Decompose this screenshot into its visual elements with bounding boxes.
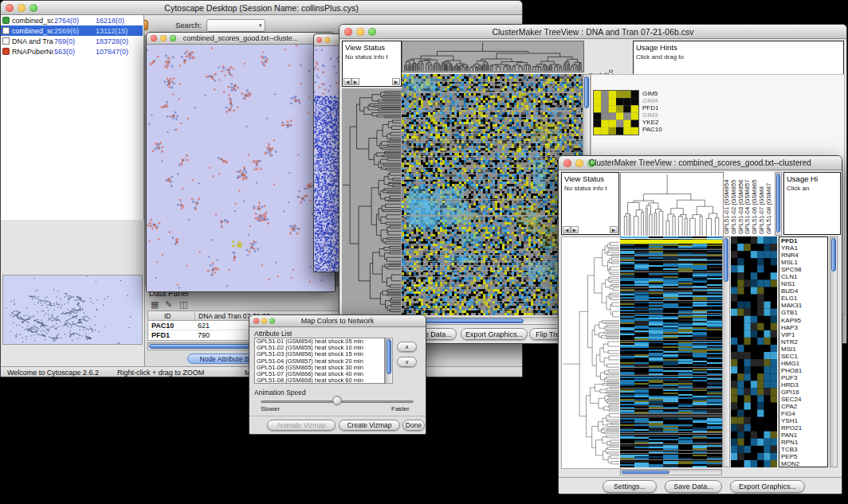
gene-label[interactable]: MSI1 bbox=[779, 346, 827, 353]
gene-label[interactable]: CLN1 bbox=[779, 273, 827, 280]
chevron-down-icon[interactable]: ▼ bbox=[258, 23, 263, 28]
gene-label[interactable]: GIM5 bbox=[642, 90, 682, 97]
treeview-titlebar[interactable]: ClusterMaker TreeView : DNA and Tran 07-… bbox=[340, 25, 846, 39]
attribute-item[interactable]: GPL51-08 (GSM868) heat shock 60 min bbox=[255, 377, 384, 383]
gene-label[interactable]: GPI16 bbox=[779, 389, 827, 396]
close-button[interactable] bbox=[316, 37, 322, 43]
move-down-button[interactable]: ∨ bbox=[397, 357, 417, 367]
save-data-button[interactable]: Save Data... bbox=[665, 480, 722, 493]
gene-label[interactable]: HMG1 bbox=[779, 360, 827, 367]
gene-label[interactable]: NIS1 bbox=[779, 280, 827, 287]
gene-label[interactable]: GIM3 bbox=[642, 111, 682, 119]
animate-vizmap-button[interactable]: Animate Vizmap bbox=[267, 420, 336, 431]
row-dendrogram-canvas[interactable] bbox=[561, 236, 621, 469]
column-label[interactable]: GPL51-08 (GSM87 bbox=[766, 172, 773, 234]
heatmap-hscrollbar[interactable] bbox=[620, 469, 722, 475]
network-canvas[interactable] bbox=[147, 45, 335, 291]
list-vscrollbar[interactable] bbox=[385, 338, 393, 384]
minimize-button[interactable] bbox=[18, 4, 26, 12]
row-dendrogram-canvas[interactable] bbox=[342, 88, 402, 315]
minimize-button[interactable] bbox=[324, 37, 330, 43]
gene-label[interactable]: PUF3 bbox=[779, 374, 827, 381]
gene-label[interactable]: HAP3 bbox=[779, 324, 827, 331]
heatmap-canvas[interactable] bbox=[402, 74, 583, 315]
scroll-right-icon[interactable]: ▶ bbox=[571, 226, 579, 233]
table-grid-icon[interactable]: ▦ bbox=[151, 299, 159, 310]
gene-label[interactable]: BUD4 bbox=[779, 287, 827, 295]
gene-label[interactable]: RNR4 bbox=[779, 252, 827, 259]
speed-slider-thumb[interactable] bbox=[332, 396, 342, 405]
heatmap-canvas[interactable] bbox=[620, 236, 722, 467]
gene-label[interactable]: KAP95 bbox=[779, 317, 827, 324]
gene-list-vscrollbar[interactable] bbox=[830, 236, 838, 467]
heatmap-vscrollbar[interactable] bbox=[722, 236, 730, 467]
done-button[interactable]: Done bbox=[402, 420, 425, 431]
scroll-left-icon[interactable]: ◀ bbox=[563, 226, 571, 233]
gene-label[interactable]: VIP1 bbox=[779, 331, 827, 338]
create-vizmap-button[interactable]: Create Vizmap bbox=[339, 420, 400, 431]
database-icon[interactable]: ◫ bbox=[179, 299, 187, 310]
network-view-titlebar[interactable]: combined_scores_good.txt--cluste... bbox=[147, 33, 335, 45]
treeview-titlebar[interactable]: ClusterMaker TreeView : combined_scores_… bbox=[559, 156, 842, 170]
vscroll-thumb[interactable] bbox=[584, 76, 589, 108]
close-button[interactable] bbox=[344, 28, 352, 36]
vscroll-thumb[interactable] bbox=[724, 238, 728, 282]
network-list-item-selected[interactable]: combined_sco 2569(6) 13112(15) bbox=[1, 25, 143, 36]
settings-button[interactable]: Settings... bbox=[603, 480, 657, 493]
gene-label[interactable]: HRD3 bbox=[779, 381, 827, 389]
edit-pencil-icon[interactable]: ✎ bbox=[165, 299, 172, 310]
minimize-button[interactable] bbox=[160, 35, 167, 41]
network-list-item[interactable]: combined_scores 2764(0) 16218(0) bbox=[1, 15, 143, 25]
gene-label[interactable]: TCB3 bbox=[779, 446, 827, 453]
export-graphics-button[interactable]: Export Graphics... bbox=[461, 328, 528, 340]
close-button[interactable] bbox=[563, 159, 571, 167]
gene-label[interactable]: PEP5 bbox=[779, 453, 827, 460]
zoom-button[interactable] bbox=[269, 318, 275, 324]
column-dendrogram-canvas[interactable] bbox=[402, 41, 584, 72]
close-button[interactable] bbox=[6, 4, 14, 12]
close-button[interactable] bbox=[253, 318, 259, 324]
vscroll-thumb[interactable] bbox=[776, 174, 780, 232]
gene-label[interactable]: RPN1 bbox=[779, 439, 827, 446]
minimize-button[interactable] bbox=[261, 318, 267, 324]
gene-label[interactable]: FIG4 bbox=[779, 410, 827, 417]
scroll-right-icon[interactable]: ▶ bbox=[610, 226, 618, 233]
dialog-titlebar[interactable]: Map Colors to Network bbox=[249, 315, 426, 327]
column-dendrogram-canvas[interactable] bbox=[620, 172, 724, 237]
move-up-button[interactable]: ∧ bbox=[397, 342, 417, 352]
gene-label[interactable]: SEC1 bbox=[779, 353, 827, 360]
gene-label[interactable]: ELG1 bbox=[779, 295, 827, 302]
gene-label[interactable]: PHO81 bbox=[779, 367, 827, 374]
gene-label[interactable]: MSL1 bbox=[779, 259, 827, 266]
cytoscape-titlebar[interactable]: Cytoscape Desktop (Session Name: collins… bbox=[1, 1, 522, 15]
network-list-item[interactable]: DNA and Tran 07 769(0) 183728(0) bbox=[1, 36, 143, 46]
gene-label[interactable]: PFD1 bbox=[779, 237, 827, 244]
network-overview[interactable] bbox=[2, 275, 143, 345]
gene-label[interactable]: YKE2 bbox=[642, 119, 682, 126]
mini-heatmap-canvas[interactable] bbox=[593, 90, 639, 135]
minimize-button[interactable] bbox=[575, 159, 583, 167]
gene-label[interactable]: NTR2 bbox=[779, 338, 827, 346]
network-overview-canvas[interactable] bbox=[3, 275, 142, 344]
gene-label[interactable]: SEC24 bbox=[779, 396, 827, 403]
col-id[interactable]: ID bbox=[164, 312, 171, 320]
close-button[interactable] bbox=[151, 35, 157, 41]
minimize-button[interactable] bbox=[356, 28, 364, 36]
gene-label[interactable]: MAK31 bbox=[779, 302, 827, 309]
vscroll-thumb[interactable] bbox=[831, 238, 836, 272]
gene-label[interactable]: CPA2 bbox=[779, 403, 827, 410]
gene-label[interactable]: SPC98 bbox=[779, 266, 827, 273]
gene-label[interactable]: YRA1 bbox=[779, 244, 827, 252]
gene-label[interactable]: MON2 bbox=[779, 460, 827, 467]
label-vscrollbar[interactable] bbox=[775, 172, 782, 236]
gene-label[interactable]: YSH1 bbox=[779, 417, 827, 424]
gene-label[interactable]: PAC10 bbox=[642, 126, 682, 133]
gene-label[interactable]: GTB1 bbox=[779, 309, 827, 316]
scroll-right-icon[interactable]: ▶ bbox=[392, 78, 400, 85]
scroll-right-icon[interactable]: ▶ bbox=[351, 78, 359, 85]
scroll-left-icon[interactable]: ◀ bbox=[344, 78, 351, 85]
search-input[interactable]: ▼ bbox=[206, 19, 265, 32]
hscroll-thumb[interactable] bbox=[622, 471, 669, 474]
zoom-heatmap-canvas[interactable] bbox=[731, 236, 777, 467]
gene-label[interactable]: PFD1 bbox=[642, 104, 682, 111]
